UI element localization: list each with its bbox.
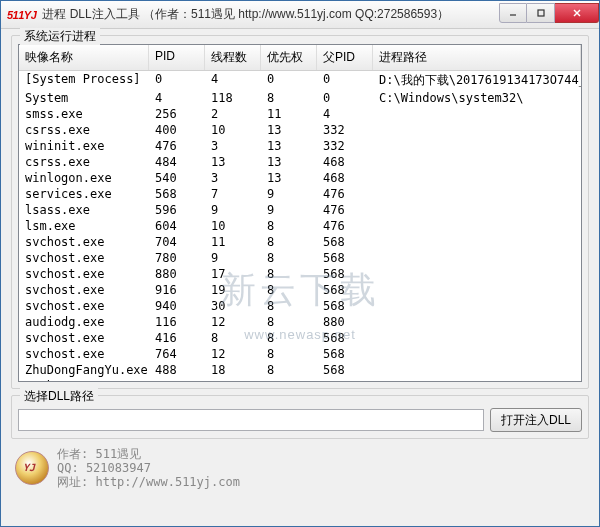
cell: 8 bbox=[261, 378, 317, 382]
cell: svchost.exe bbox=[19, 266, 149, 282]
cell: audiodg.exe bbox=[19, 314, 149, 330]
cell bbox=[373, 314, 581, 330]
cell: 596 bbox=[149, 202, 205, 218]
cell: 0 bbox=[317, 90, 373, 106]
svg-rect-1 bbox=[538, 10, 544, 16]
table-row[interactable]: lsm.exe604108476 bbox=[19, 218, 581, 234]
cell: 568 bbox=[317, 346, 373, 362]
table-row[interactable]: csrss.exe4001013332 bbox=[19, 122, 581, 138]
column-headers[interactable]: 映像名称 PID 线程数 优先权 父PID 进程路径 bbox=[19, 45, 581, 71]
cell bbox=[373, 266, 581, 282]
table-row[interactable]: [System Process]0400D:\我的下载\201761913417… bbox=[19, 71, 581, 90]
cell: 880 bbox=[149, 266, 205, 282]
cell: csrss.exe bbox=[19, 122, 149, 138]
cell: 19 bbox=[205, 282, 261, 298]
cell: 8 bbox=[261, 362, 317, 378]
footer: 作者: 511遇见 QQ: 521083947 网址: http://www.5… bbox=[11, 445, 589, 489]
table-row[interactable]: svchost.exe764128568 bbox=[19, 346, 581, 362]
table-row[interactable]: svchost.exe880178568 bbox=[19, 266, 581, 282]
table-row[interactable]: svchost.exe704118568 bbox=[19, 234, 581, 250]
table-row[interactable]: smss.exe2562114 bbox=[19, 106, 581, 122]
cell bbox=[373, 122, 581, 138]
col-path[interactable]: 进程路径 bbox=[373, 45, 581, 70]
cell: 568 bbox=[317, 298, 373, 314]
cell: 332 bbox=[317, 122, 373, 138]
table-row[interactable]: winlogon.exe540313468 bbox=[19, 170, 581, 186]
col-image-name[interactable]: 映像名称 bbox=[19, 45, 149, 70]
cell bbox=[373, 346, 581, 362]
table-row[interactable]: lsass.exe59699476 bbox=[19, 202, 581, 218]
table-row[interactable]: audiodg.exe116128880 bbox=[19, 314, 581, 330]
cell bbox=[373, 218, 581, 234]
cell: svchost.exe bbox=[19, 282, 149, 298]
cell: 8 bbox=[261, 282, 317, 298]
cell: 780 bbox=[149, 250, 205, 266]
table-row[interactable]: System411880C:\Windows\system32\ bbox=[19, 90, 581, 106]
table-row[interactable]: svchost.exe41688568 bbox=[19, 330, 581, 346]
cell: 488 bbox=[149, 362, 205, 378]
cell: svchost.exe bbox=[19, 346, 149, 362]
cell: 13 bbox=[261, 138, 317, 154]
cell: 4 bbox=[317, 106, 373, 122]
table-row[interactable]: svchost.exe1080198568 bbox=[19, 378, 581, 382]
cell: 568 bbox=[317, 234, 373, 250]
minimize-button[interactable] bbox=[499, 3, 527, 23]
table-row[interactable]: services.exe56879476 bbox=[19, 186, 581, 202]
cell: 940 bbox=[149, 298, 205, 314]
col-pid[interactable]: PID bbox=[149, 45, 205, 70]
cell: 476 bbox=[317, 218, 373, 234]
dll-group: 选择DLL路径 打开注入DLL bbox=[11, 395, 589, 439]
process-list[interactable]: 映像名称 PID 线程数 优先权 父PID 进程路径 [System Proce… bbox=[18, 44, 582, 382]
cell: 0 bbox=[149, 71, 205, 90]
cell: 9 bbox=[261, 186, 317, 202]
cell: 3 bbox=[205, 138, 261, 154]
cell: 9 bbox=[205, 250, 261, 266]
cell: 400 bbox=[149, 122, 205, 138]
cell: lsm.exe bbox=[19, 218, 149, 234]
inject-dll-button[interactable]: 打开注入DLL bbox=[490, 408, 582, 432]
cell: 468 bbox=[317, 170, 373, 186]
cell bbox=[373, 250, 581, 266]
titlebar[interactable]: 511YJ 进程 DLL注入工具 （作者：511遇见 http://www.51… bbox=[1, 1, 599, 29]
cell bbox=[373, 298, 581, 314]
cell bbox=[373, 186, 581, 202]
dll-group-title: 选择DLL路径 bbox=[20, 388, 98, 405]
col-priority[interactable]: 优先权 bbox=[261, 45, 317, 70]
table-row[interactable]: ZhuDongFangYu.exe488188568 bbox=[19, 362, 581, 378]
table-row[interactable]: svchost.exe78098568 bbox=[19, 250, 581, 266]
cell: ZhuDongFangYu.exe bbox=[19, 362, 149, 378]
cell: 416 bbox=[149, 330, 205, 346]
table-row[interactable]: svchost.exe916198568 bbox=[19, 282, 581, 298]
cell: 12 bbox=[205, 346, 261, 362]
cell: 8 bbox=[261, 330, 317, 346]
cell bbox=[373, 154, 581, 170]
table-row[interactable]: wininit.exe476313332 bbox=[19, 138, 581, 154]
cell: 8 bbox=[261, 250, 317, 266]
cell: lsass.exe bbox=[19, 202, 149, 218]
content-area: 系统运行进程 映像名称 PID 线程数 优先权 父PID 进程路径 [Syste… bbox=[1, 29, 599, 526]
cell: 9 bbox=[261, 202, 317, 218]
col-ppid[interactable]: 父PID bbox=[317, 45, 373, 70]
cell: 704 bbox=[149, 234, 205, 250]
cell: 332 bbox=[317, 138, 373, 154]
dll-path-input[interactable] bbox=[18, 409, 484, 431]
cell: 13 bbox=[205, 154, 261, 170]
close-button[interactable] bbox=[555, 3, 599, 23]
cell: 30 bbox=[205, 298, 261, 314]
cell: 0 bbox=[261, 71, 317, 90]
maximize-button[interactable] bbox=[527, 3, 555, 23]
cell: winlogon.exe bbox=[19, 170, 149, 186]
table-row[interactable]: svchost.exe940308568 bbox=[19, 298, 581, 314]
col-threads[interactable]: 线程数 bbox=[205, 45, 261, 70]
footer-qq: QQ: 521083947 bbox=[57, 461, 240, 475]
process-group-title: 系统运行进程 bbox=[20, 28, 100, 45]
cell: 568 bbox=[317, 282, 373, 298]
cell: 484 bbox=[149, 154, 205, 170]
table-row[interactable]: csrss.exe4841313468 bbox=[19, 154, 581, 170]
cell: 12 bbox=[205, 314, 261, 330]
cell: D:\我的下载\2017619134173O744_arpun\5... bbox=[373, 71, 581, 90]
cell: 17 bbox=[205, 266, 261, 282]
cell: 13 bbox=[261, 122, 317, 138]
cell: csrss.exe bbox=[19, 154, 149, 170]
cell: svchost.exe bbox=[19, 298, 149, 314]
